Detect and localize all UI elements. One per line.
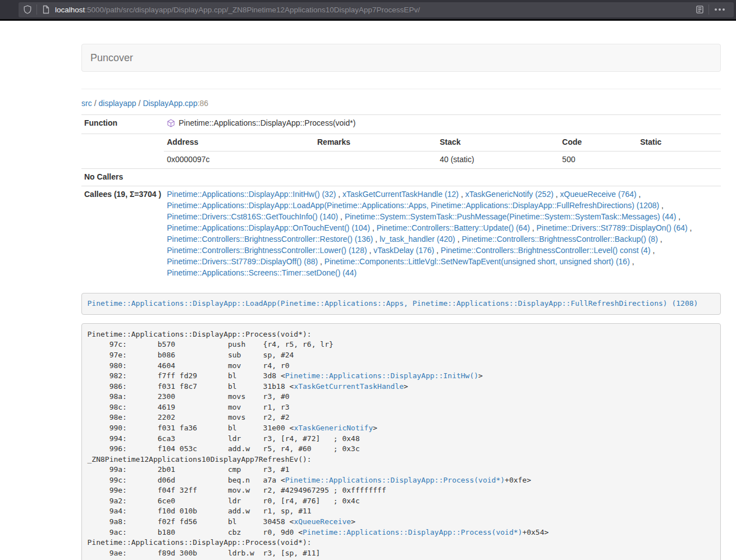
callee-separator: ,	[637, 190, 641, 199]
asm-symbol-link[interactable]: xQueueReceive	[294, 517, 351, 526]
callee-link[interactable]: Pinetime::System::SystemTask::PushMessag…	[345, 212, 676, 221]
callee-separator: ,	[336, 190, 342, 199]
remarks-value	[314, 151, 437, 168]
ellipsis-menu-icon[interactable]	[715, 8, 725, 11]
table-row: 0x0000097c 40 (static) 500	[164, 151, 721, 168]
callee-link[interactable]: Pinetime::Applications::DisplayApp::Load…	[167, 201, 659, 210]
callee-link[interactable]: xQueueReceive (764)	[560, 190, 637, 199]
callees-list: Pinetime::Applications::DisplayApp::Init…	[164, 186, 721, 281]
column-header-remarks: Remarks	[314, 134, 437, 151]
callee-link[interactable]: xTaskGetCurrentTaskHandle (12)	[342, 190, 459, 199]
callee-separator: ,	[459, 190, 465, 199]
callee-separator: ,	[554, 190, 560, 199]
callee-link[interactable]: Pinetime::Drivers::St7789::DisplayOn() (…	[537, 223, 688, 232]
browser-toolbar: localhost:5000/path/src/displayapp/Displ…	[0, 0, 736, 21]
reader-view-icon[interactable]	[696, 5, 704, 14]
callee-link[interactable]: Pinetime::Drivers::St7789::DisplayOff() …	[167, 257, 318, 266]
callee-separator: ,	[318, 257, 324, 266]
callee-separator: ,	[455, 235, 462, 244]
callee-separator: ,	[688, 223, 692, 232]
callee-link[interactable]: Pinetime::Applications::Screens::Timer::…	[167, 268, 356, 277]
table-row: Function Pinetime::Applications::Display…	[81, 115, 721, 134]
breadcrumb-line-number: :86	[198, 99, 208, 108]
callee-link[interactable]: Pinetime::Applications::DisplayApp::Init…	[167, 190, 336, 199]
callee-link[interactable]: Pinetime::Applications::DisplayApp::OnTo…	[167, 223, 370, 232]
breadcrumb-link-src[interactable]: src	[81, 99, 92, 108]
callee-separator: ,	[658, 235, 662, 244]
column-header-address: Address	[164, 134, 314, 151]
asm-symbol-link[interactable]: Pinetime::Applications::DisplayApp::Init…	[285, 371, 478, 380]
page-container: Puncover src/displayapp/DisplayApp.cpp:8…	[81, 44, 721, 560]
function-row-label: Function	[81, 115, 164, 134]
address-value: 0x0000097c	[164, 151, 314, 168]
callee-separator: ,	[370, 223, 377, 232]
urlbar-divider	[36, 4, 37, 15]
function-info-table: Function Pinetime::Applications::Display…	[81, 114, 721, 282]
urlbar-divider	[708, 4, 709, 15]
callee-separator: ,	[651, 246, 655, 255]
highlighted-symbol-block: Pinetime::Applications::DisplayApp::Load…	[81, 293, 721, 315]
callees-label: Callees (19, Σ=3704 )	[81, 186, 164, 281]
callee-link[interactable]: lv_task_handler (420)	[380, 235, 455, 244]
breadcrumb-separator: /	[136, 99, 143, 108]
callee-link[interactable]: Pinetime::Drivers::Cst816S::GetTouchInfo…	[167, 212, 338, 221]
brand-link[interactable]: Puncover	[82, 44, 141, 72]
divider	[81, 89, 721, 89]
callee-separator: ,	[659, 201, 664, 210]
column-header-code: Code	[559, 134, 637, 151]
symbol-metrics-table: Address Remarks Stack Code Static 0x0000…	[164, 134, 721, 168]
url-path: :5000/path/src/displayapp/DisplayApp.cpp…	[85, 6, 420, 14]
url-bar[interactable]: localhost:5000/path/src/displayapp/Displ…	[19, 2, 734, 17]
url-host: localhost	[55, 6, 85, 14]
breadcrumb: src/displayapp/DisplayApp.cpp:86	[81, 99, 721, 108]
callee-link[interactable]: Pinetime::Controllers::BrightnessControl…	[167, 246, 367, 255]
column-header-stack: Stack	[437, 134, 559, 151]
stack-value: 40 (static)	[437, 151, 559, 168]
navbar: Puncover	[81, 44, 721, 72]
highlighted-symbol-link[interactable]: Pinetime::Applications::DisplayApp::Load…	[88, 299, 698, 307]
url-text[interactable]: localhost:5000/path/src/displayapp/Displ…	[55, 6, 696, 14]
table-row: Address Remarks Stack Code Static 0x0000…	[81, 134, 721, 168]
asm-symbol-link[interactable]: Pinetime::Applications::DisplayApp::Proc…	[285, 476, 505, 484]
breadcrumb-link-file[interactable]: DisplayApp.cpp	[143, 99, 197, 108]
callee-separator: ,	[373, 235, 380, 244]
callee-separator: ,	[367, 246, 374, 255]
callee-separator: ,	[434, 246, 441, 255]
no-callers-label: No Callers	[81, 168, 164, 186]
assembly-listing: Pinetime::Applications::DisplayApp::Proc…	[81, 323, 721, 560]
asm-symbol-link[interactable]: xTaskGenericNotify	[294, 424, 373, 432]
table-row: No Callers	[81, 168, 721, 186]
asm-symbol-link[interactable]: Pinetime::Applications::DisplayApp::Proc…	[303, 528, 522, 536]
callee-link[interactable]: Pinetime::Components::LittleVgl::SetNewT…	[324, 257, 630, 266]
function-name: Pinetime::Applications::DisplayApp::Proc…	[179, 118, 355, 127]
callee-separator: ,	[676, 212, 680, 221]
shield-icon[interactable]	[23, 5, 32, 14]
asm-symbol-link[interactable]: xTaskGetCurrentTaskHandle	[294, 382, 404, 391]
breadcrumb-separator: /	[92, 99, 99, 108]
callee-separator: ,	[630, 257, 634, 266]
table-row: Callees (19, Σ=3704 ) Pinetime::Applicat…	[81, 186, 721, 281]
cube-icon	[167, 119, 175, 131]
breadcrumb-link-displayapp[interactable]: displayapp	[99, 99, 136, 108]
callee-separator: ,	[530, 223, 537, 232]
callee-link[interactable]: Pinetime::Controllers::BrightnessControl…	[441, 246, 650, 255]
callee-link[interactable]: Pinetime::Controllers::BrightnessControl…	[167, 235, 373, 244]
callee-link[interactable]: Pinetime::Controllers::Battery::Update()…	[377, 223, 530, 232]
page-icon	[42, 5, 50, 14]
static-value	[637, 151, 721, 168]
callee-link[interactable]: Pinetime::Controllers::BrightnessControl…	[461, 235, 657, 244]
callee-link[interactable]: xTaskGenericNotify (252)	[465, 190, 554, 199]
column-header-static: Static	[637, 134, 721, 151]
callee-link[interactable]: vTaskDelay (176)	[373, 246, 434, 255]
callee-separator: ,	[338, 212, 345, 221]
code-value: 500	[559, 151, 637, 168]
